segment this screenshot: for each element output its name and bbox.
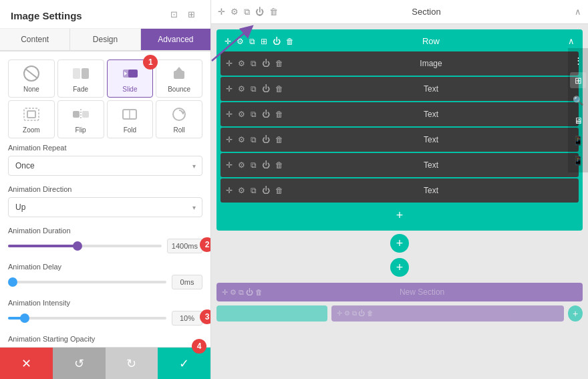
blurred-icons-2: ✛ ⚙ ⧉ ⏻ 🗑 bbox=[337, 309, 374, 318]
panel-header: Image Settings ⊡ ⊞ bbox=[0, 0, 210, 29]
svg-line-1 bbox=[25, 69, 37, 78]
sidebar-mobile-icon[interactable]: 📱 bbox=[570, 152, 586, 168]
mod-gear-icon-0[interactable]: ⚙ bbox=[238, 59, 245, 68]
mod-gear-icon-4[interactable]: ⚙ bbox=[238, 160, 245, 170]
row-power-icon[interactable]: ⏻ bbox=[273, 37, 281, 46]
mod-gear-icon-1[interactable]: ⚙ bbox=[238, 84, 245, 94]
trash-icon[interactable]: 🗑 bbox=[269, 7, 278, 17]
row-gear-icon[interactable]: ⚙ bbox=[237, 37, 244, 46]
row-move-icon[interactable]: ✛ bbox=[225, 37, 231, 46]
mod-copy-icon-4[interactable]: ⧉ bbox=[251, 160, 257, 170]
anim-slide-icon bbox=[119, 64, 140, 83]
collapse-icon[interactable]: ∧ bbox=[575, 7, 581, 17]
mod-power-icon-3[interactable]: ⏻ bbox=[262, 135, 270, 144]
animation-intensity-row: 10% 3 bbox=[8, 311, 202, 326]
mod-move-icon-2[interactable]: ✛ bbox=[226, 110, 233, 119]
mod-move-icon-4[interactable]: ✛ bbox=[226, 160, 233, 170]
animation-repeat-select[interactable]: Once Loop Infinite bbox=[8, 156, 202, 176]
anim-bounce-icon bbox=[168, 64, 190, 83]
panel-title: Image Settings bbox=[11, 10, 82, 21]
mod-gear-icon-3[interactable]: ⚙ bbox=[238, 135, 245, 144]
maximize-icon[interactable]: ⊡ bbox=[170, 9, 182, 21]
mod-trash-icon-5[interactable]: 🗑 bbox=[275, 186, 283, 195]
anim-zoom[interactable]: Zoom bbox=[8, 100, 55, 138]
anim-slide-label: Slide bbox=[122, 86, 137, 93]
redo-button[interactable]: ↻ bbox=[106, 348, 158, 379]
anim-fold-label: Fold bbox=[124, 126, 136, 134]
blurred-green bbox=[216, 305, 327, 322]
sidebar-dots-icon[interactable]: ⋮ bbox=[570, 52, 586, 68]
svg-rect-10 bbox=[24, 108, 39, 120]
anim-roll[interactable]: Roll bbox=[156, 100, 202, 138]
svg-rect-12 bbox=[82, 111, 89, 118]
animation-duration-row: 1400ms 2 bbox=[8, 239, 202, 253]
delete-button[interactable]: ✕ bbox=[0, 348, 53, 379]
mod-power-icon-4[interactable]: ⏻ bbox=[262, 160, 270, 170]
add-section-button[interactable]: + bbox=[390, 258, 409, 277]
power-icon[interactable]: ⏻ bbox=[255, 7, 264, 17]
section-bar: ✛ ⚙ ⧉ ⏻ 🗑 Section ∧ bbox=[211, 0, 588, 24]
animation-delay-group: Animation Delay 0ms bbox=[8, 263, 202, 289]
mod-copy-icon-5[interactable]: ⧉ bbox=[251, 186, 257, 195]
anim-fold[interactable]: Fold bbox=[107, 100, 154, 138]
anim-fade[interactable]: Fade bbox=[57, 59, 104, 98]
mod-trash-icon-0[interactable]: 🗑 bbox=[275, 59, 283, 68]
tabs: Content Design Advanced bbox=[0, 29, 210, 51]
row-header-left: ✛ ⚙ ⧉ ⊞ ⏻ 🗑 bbox=[225, 37, 294, 46]
mod-trash-icon-3[interactable]: 🗑 bbox=[275, 135, 283, 144]
animation-opacity-label: Animation Starting Opacity bbox=[8, 335, 202, 343]
tab-design[interactable]: Design bbox=[70, 29, 140, 50]
badge-2: 2 bbox=[200, 237, 210, 252]
sidebar-grid-icon[interactable]: ⊞ bbox=[570, 72, 586, 88]
mod-move-icon-5[interactable]: ✛ bbox=[226, 186, 233, 195]
animation-delay-slider[interactable] bbox=[8, 281, 166, 283]
row-trash-icon[interactable]: 🗑 bbox=[286, 37, 294, 46]
row-grid-icon[interactable]: ⊞ bbox=[261, 37, 267, 46]
mod-trash-icon-2[interactable]: 🗑 bbox=[275, 110, 283, 119]
mod-power-icon-5[interactable]: ⏻ bbox=[262, 186, 270, 195]
row-header: ✛ ⚙ ⧉ ⊞ ⏻ 🗑 Row ∧ bbox=[220, 33, 579, 49]
move-icon[interactable]: ✛ bbox=[218, 7, 225, 17]
mod-gear-icon-2[interactable]: ⚙ bbox=[238, 110, 245, 119]
anim-flip[interactable]: Flip bbox=[57, 100, 104, 138]
row-copy-icon[interactable]: ⧉ bbox=[249, 37, 255, 46]
mod-copy-icon-3[interactable]: ⧉ bbox=[251, 135, 257, 144]
mod-move-icon-1[interactable]: ✛ bbox=[226, 84, 233, 94]
mod-gear-icon-5[interactable]: ⚙ bbox=[238, 186, 245, 195]
anim-slide[interactable]: Slide 1 bbox=[107, 59, 154, 98]
add-row-button[interactable]: + bbox=[390, 234, 409, 253]
sidebar-tablet-icon[interactable]: 📱 bbox=[570, 132, 586, 148]
animation-intensity-value: 10% bbox=[172, 311, 202, 326]
anim-none[interactable]: None bbox=[8, 59, 55, 98]
columns-icon[interactable]: ⊞ bbox=[188, 9, 200, 21]
mod-copy-icon-1[interactable]: ⧉ bbox=[251, 84, 257, 94]
blurred-icons-1: ✛ ⚙ ⧉ ⏻ 🗑 bbox=[222, 288, 263, 297]
mod-power-icon-0[interactable]: ⏻ bbox=[262, 59, 270, 68]
anim-flip-icon bbox=[70, 105, 92, 124]
animation-intensity-slider[interactable] bbox=[8, 317, 166, 320]
mod-trash-icon-4[interactable]: 🗑 bbox=[275, 160, 283, 170]
mod-move-icon-3[interactable]: ✛ bbox=[226, 135, 233, 144]
mod-trash-icon-1[interactable]: 🗑 bbox=[275, 84, 283, 94]
mod-power-icon-1[interactable]: ⏻ bbox=[262, 84, 270, 94]
animation-duration-slider[interactable] bbox=[8, 245, 162, 247]
tab-advanced[interactable]: Advanced bbox=[141, 29, 210, 50]
mod-copy-icon-2[interactable]: ⧉ bbox=[251, 110, 257, 119]
mod-power-icon-2[interactable]: ⏻ bbox=[262, 110, 270, 119]
right-panel: ✛ ⚙ ⧉ ⏻ 🗑 Section ∧ bbox=[211, 0, 588, 379]
animation-direction-select[interactable]: Up Down Left Right bbox=[8, 197, 202, 217]
row-collapse-icon[interactable]: ∧ bbox=[568, 36, 575, 46]
mod-move-icon-0[interactable]: ✛ bbox=[226, 59, 233, 68]
copy-icon[interactable]: ⧉ bbox=[244, 7, 250, 17]
sidebar-search-icon[interactable]: 🔍 bbox=[570, 92, 586, 108]
sidebar-monitor-icon[interactable]: 🖥 bbox=[570, 112, 586, 128]
badge-4: 4 bbox=[192, 339, 206, 354]
anim-bounce[interactable]: Bounce bbox=[156, 59, 202, 98]
mod-copy-icon-0[interactable]: ⧉ bbox=[251, 59, 257, 68]
gear-icon[interactable]: ⚙ bbox=[231, 7, 239, 17]
tab-content[interactable]: Content bbox=[0, 29, 70, 50]
add-module-button-1[interactable]: + bbox=[390, 206, 409, 225]
header-icons: ⊡ ⊞ bbox=[170, 9, 200, 21]
reset-button[interactable]: ↺ bbox=[53, 348, 106, 379]
animation-direction-label: Animation Direction bbox=[8, 185, 202, 193]
